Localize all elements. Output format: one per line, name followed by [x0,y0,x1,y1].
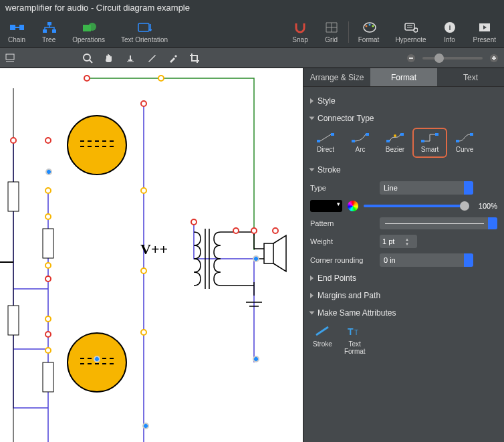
make-same-stroke[interactable]: Stroke [313,326,332,355]
hypernote-tool[interactable]: Hypernote [391,21,430,43]
chain-tool[interactable]: Chain [4,21,29,43]
svg-rect-57 [456,140,459,142]
stroke-opacity-slider[interactable] [364,205,469,207]
stamp-tool[interactable] [124,52,136,64]
brush-tool[interactable] [146,52,158,64]
svg-line-59 [316,327,328,335]
inspector-tabs: Arrange & Size Format Text [303,68,504,87]
svg-text:T: T [348,326,354,337]
present-icon [477,21,492,34]
tab-format[interactable]: Format [370,68,437,86]
svg-point-11 [368,23,370,25]
svg-rect-32 [8,306,19,335]
svg-rect-58 [470,133,473,136]
hypernote-label: Hypernote [395,36,426,43]
svg-text:T: T [354,329,358,336]
svg-point-12 [372,25,374,27]
svg-rect-53 [400,133,404,136]
stroke-type-label: Type [310,184,374,192]
connector-smart[interactable]: Smart [414,130,445,156]
svg-line-23 [90,60,92,63]
grid-icon [324,21,339,34]
tab-text[interactable]: Text [437,68,504,86]
document-title: weramplifier for audio - Circuit diagram… [5,3,190,13]
svg-point-13 [370,28,372,31]
zoom-control[interactable] [405,52,500,64]
svg-rect-56 [435,133,438,136]
stroke-color-swatch[interactable] [310,200,342,212]
svg-rect-33 [43,229,53,258]
grid-tool[interactable]: Grid [320,21,343,43]
svg-rect-34 [43,362,53,392]
snap-tool[interactable]: Snap [288,21,311,43]
text-orientation-icon [137,21,152,34]
format-tool[interactable]: Format [354,21,384,43]
stroke-weight-label: Weight [310,237,374,245]
stroke-type-select[interactable]: Line [380,181,473,195]
connector-bezier[interactable]: Bezier [380,130,410,156]
tree-label: Tree [42,36,55,43]
crop-tool[interactable] [188,52,201,64]
corner-rounding-label: Corner rounding [310,256,374,264]
layers-button[interactable] [4,52,16,64]
stroke-pattern-select[interactable] [380,217,497,229]
stroke-opacity-value: 100% [475,202,497,210]
canvas-toolbar [0,48,504,68]
operations-tool[interactable]: Operations [68,21,109,43]
inspector-panel: Arrange & Size Format Text Style Connect… [303,68,504,442]
svg-point-54 [394,134,396,137]
svg-rect-4 [43,29,47,33]
svg-point-22 [84,54,90,61]
corner-rounding-select[interactable]: 0 in [380,253,473,267]
svg-rect-47 [317,140,320,142]
format-icon [362,21,376,34]
svg-rect-51 [366,133,369,136]
hand-tool[interactable] [103,52,115,64]
connector-direct[interactable]: Direct [310,130,341,156]
section-style[interactable]: Style [310,92,497,110]
svg-rect-31 [8,182,19,211]
zoom-out-button[interactable] [405,52,417,64]
tree-tool[interactable]: Tree [37,21,60,43]
svg-rect-52 [386,140,390,142]
operations-label: Operations [72,36,105,43]
connector-type-group: Direct Arc Bezier Smart Curve [310,130,497,156]
zoom-in-button[interactable] [488,52,500,64]
svg-rect-5 [52,29,56,33]
svg-rect-55 [421,140,424,142]
present-label: Present [473,36,496,43]
svg-point-7 [88,23,96,31]
tab-arrange-size[interactable]: Arrange & Size [303,68,370,86]
present-tool[interactable]: Present [469,21,500,43]
svg-rect-3 [47,22,51,25]
svg-line-49 [320,134,331,141]
magnifier-tool[interactable] [82,52,94,64]
title-bar: weramplifier for audio - Circuit diagram… [0,0,504,16]
svg-rect-14 [405,23,414,30]
section-margins-path[interactable]: Margins and Path [310,287,497,304]
text-orientation-tool[interactable]: Text Orientation [117,21,172,43]
svg-rect-48 [331,133,334,136]
zoom-slider[interactable] [422,57,483,60]
make-same-text-format[interactable]: TT Text Format [344,326,366,355]
connector-curve[interactable]: Curve [449,130,480,156]
eyedropper-tool[interactable] [167,52,179,64]
stroke-pattern-label: Pattern [310,219,374,227]
section-connector-type[interactable]: Connector Type [310,110,497,127]
stroke-weight-stepper[interactable]: 1 pt ▲▼ [380,235,417,248]
section-make-same[interactable]: Make Same Attributes [310,304,497,322]
canvas[interactable]: V++ [0,68,303,442]
section-stroke[interactable]: Stroke [310,161,497,179]
svg-rect-8 [138,23,149,31]
text-orientation-label: Text Orientation [121,36,168,43]
info-icon: i [443,21,457,34]
svg-rect-1 [19,25,24,30]
connector-arc[interactable]: Arc [345,130,376,156]
info-tool[interactable]: i Info [438,21,461,43]
color-wheel-icon[interactable] [348,201,358,211]
section-end-points[interactable]: End Points [310,269,497,287]
svg-rect-0 [10,25,15,30]
svg-point-10 [365,25,367,27]
hypernote-icon [403,21,418,34]
snap-icon [293,21,307,34]
